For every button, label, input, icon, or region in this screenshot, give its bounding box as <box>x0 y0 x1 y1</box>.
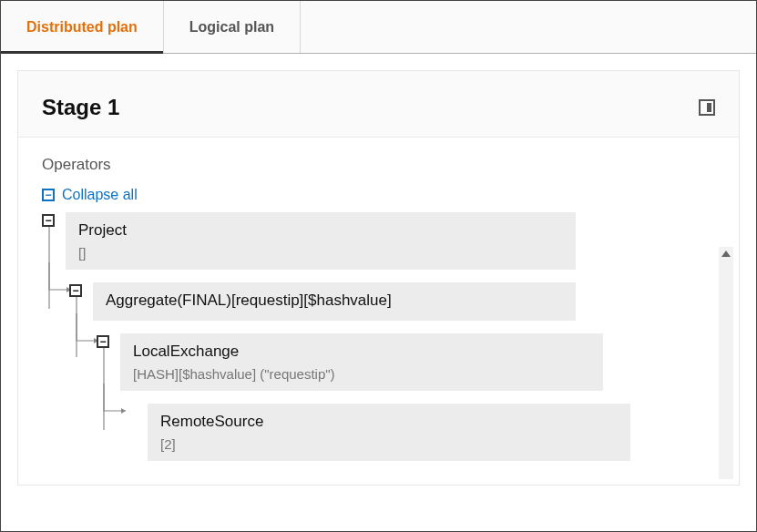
operator-title: LocalExchange <box>133 343 590 361</box>
tree-node: −Aggregate(FINAL)[requestip][$hashvalue] <box>42 282 715 321</box>
scroll-up-icon <box>721 251 731 257</box>
tree-toggle-icon[interactable]: − <box>97 335 109 348</box>
tree-node: RemoteSource[2] <box>42 404 715 461</box>
operator-box[interactable]: Project[] <box>66 212 576 270</box>
tree-node: −Project[] <box>42 212 715 270</box>
operator-title: RemoteSource <box>160 413 618 431</box>
collapse-label: Collapse all <box>62 187 138 203</box>
stage-title: Stage 1 <box>42 95 119 120</box>
tab-label: Distributed plan <box>26 19 138 36</box>
operator-detail: [HASH][$hashvalue] ("requestip") <box>133 366 590 382</box>
stage-panel: Stage 1 Operators − Collapse all −Projec… <box>17 70 740 486</box>
collapse-all-link[interactable]: − Collapse all <box>42 187 715 203</box>
tab-logical-plan[interactable]: Logical plan <box>164 1 301 53</box>
tree-toggle-icon[interactable]: − <box>69 284 82 297</box>
panel-toggle-icon[interactable] <box>699 99 715 116</box>
operator-box[interactable]: RemoteSource[2] <box>148 404 630 461</box>
stage-header: Stage 1 <box>18 71 739 138</box>
operator-box[interactable]: LocalExchange[HASH][$hashvalue] ("reques… <box>120 333 603 391</box>
operator-detail: [2] <box>160 436 618 452</box>
scrollbar[interactable] <box>719 247 733 479</box>
operator-detail: [] <box>78 245 563 261</box>
tab-label: Logical plan <box>189 19 274 36</box>
collapse-icon: − <box>42 189 55 201</box>
operator-title: Project <box>78 221 563 240</box>
operators-label: Operators <box>42 156 715 174</box>
stage-body: Operators − Collapse all −Project[] −Agg… <box>18 138 739 485</box>
tree-toggle-icon[interactable]: − <box>42 214 55 227</box>
tabs-bar: Distributed plan Logical plan <box>1 1 756 54</box>
tree-node: −LocalExchange[HASH][$hashvalue] ("reque… <box>42 333 715 391</box>
operator-box[interactable]: Aggregate(FINAL)[requestip][$hashvalue] <box>93 282 576 321</box>
operator-tree: −Project[] −Aggregate(FINAL)[requestip][… <box>42 212 715 461</box>
operator-title: Aggregate(FINAL)[requestip][$hashvalue] <box>106 292 563 310</box>
tab-distributed-plan[interactable]: Distributed plan <box>1 1 164 53</box>
